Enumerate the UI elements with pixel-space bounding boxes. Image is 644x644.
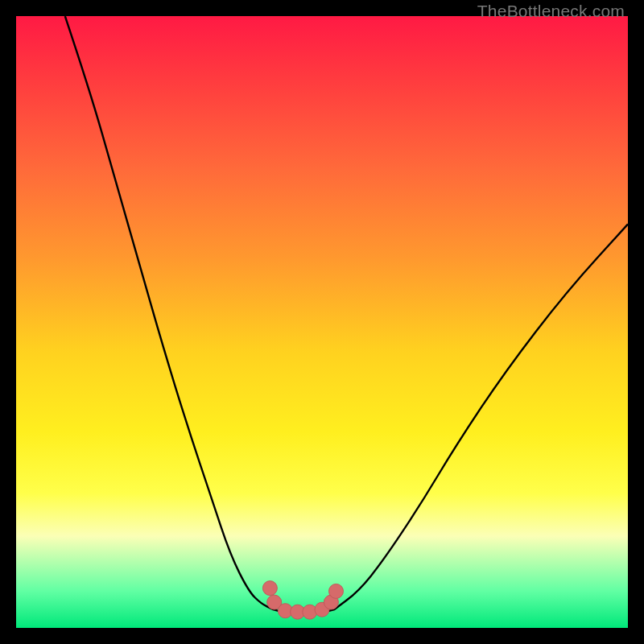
watermark-text: TheBottleneck.com xyxy=(477,2,625,21)
chart-svg xyxy=(16,16,628,628)
chart-frame: TheBottleneck.com xyxy=(0,0,644,644)
curve-group xyxy=(65,16,628,613)
marker-group xyxy=(262,581,343,620)
valley-marker xyxy=(262,581,277,596)
plot-area xyxy=(16,16,628,628)
bottleneck-curve xyxy=(65,16,628,613)
valley-marker xyxy=(329,584,344,598)
